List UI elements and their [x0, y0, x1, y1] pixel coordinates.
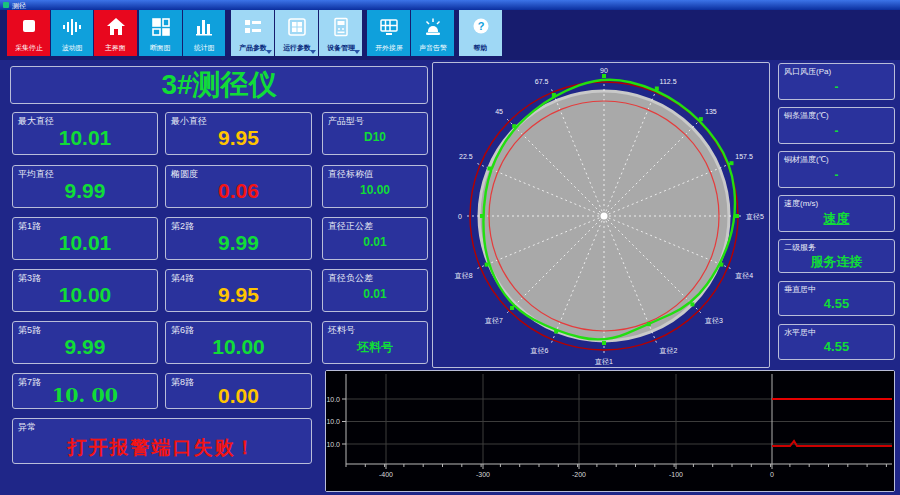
svg-text:10.0: 10.0 — [326, 441, 340, 448]
run-params-icon — [286, 10, 308, 43]
sensor-label: 铜材温度(℃) — [784, 154, 829, 165]
metric-value: 9.99 — [13, 179, 157, 203]
svg-text:?: ? — [477, 19, 484, 31]
external-screen-icon — [378, 10, 400, 43]
app-icon — [3, 2, 9, 8]
speed-link[interactable]: 速度 — [779, 210, 894, 228]
sensor-value: - — [779, 80, 894, 94]
metric-value: 9.99 — [166, 231, 311, 255]
field-label: 直径正公差 — [328, 220, 373, 233]
svg-text:112.5: 112.5 — [660, 78, 677, 85]
toolbar-button-statistics-chart[interactable]: 统计图 — [183, 10, 225, 56]
field-label: 水平居中 — [784, 327, 816, 338]
bar-chart-icon — [193, 10, 215, 43]
field-label: 垂直居中 — [784, 284, 816, 295]
help-icon: ? — [470, 10, 492, 43]
toolbar-button-fluctuation-chart[interactable]: 波动图 — [51, 10, 93, 56]
field-nominal-diameter: 直径标称值 10.00 — [322, 165, 428, 208]
svg-text:10.0: 10.0 — [326, 418, 340, 425]
svg-text:直径1: 直径1 — [595, 358, 613, 366]
toolbar-button-product-params[interactable]: 产品参数 — [231, 10, 274, 56]
metric-min-diameter: 最小直径 9.95 — [165, 112, 312, 155]
field-secondary-service: 二级服务 服务连接 — [778, 239, 895, 273]
field-label: 直径负公差 — [328, 272, 373, 285]
sensor-label: 风口风压(Pa) — [784, 66, 831, 77]
toolbar-button-external-screen[interactable]: 开外接屏 — [367, 10, 410, 56]
toolbar: 采集停止 波动图 主界面 断面图 统计图 产品参数 运行参数 设备管理 — [0, 10, 900, 60]
toolbar-button-device-management[interactable]: 设备管理 — [319, 10, 362, 56]
field-label: 直径标称值 — [328, 168, 373, 181]
cross-section-polar-chart: 90112.5135157.5直径5直径4直径3直径2直径1直径6直径7直径80… — [433, 63, 769, 367]
toolbar-button-sound-alarm[interactable]: 声音告警 — [411, 10, 454, 56]
metric-channel-5: 第5路 9.99 — [12, 321, 158, 364]
svg-text:0: 0 — [770, 471, 774, 478]
svg-text:0: 0 — [458, 213, 462, 220]
sensor-air-pressure: 风口风压(Pa) - — [778, 63, 895, 100]
toolbar-button-cross-section[interactable]: 断面图 — [139, 10, 182, 56]
metric-channel-1: 第1路 10.01 — [12, 217, 158, 260]
metric-value: 0.00 — [166, 384, 311, 408]
svg-text:直径3: 直径3 — [705, 317, 723, 325]
waveform-icon — [61, 10, 83, 43]
svg-text:157.5: 157.5 — [735, 153, 753, 160]
svg-text:67.5: 67.5 — [535, 78, 549, 85]
metric-channel-7: 第7路 10. 00 — [12, 373, 158, 409]
sensor-value: - — [779, 168, 894, 182]
svg-text:-400: -400 — [379, 471, 393, 478]
gauge-title: 3#测径仪 — [10, 66, 428, 104]
device-icon — [330, 10, 352, 43]
sensor-copper-material-temp: 铜材温度(℃) - — [778, 151, 895, 188]
alarm-siren-icon — [422, 10, 444, 43]
field-minus-tolerance: 直径负公差 0.01 — [322, 269, 428, 312]
field-plus-tolerance: 直径正公差 0.01 — [322, 217, 428, 260]
svg-text:直径5: 直径5 — [746, 213, 764, 221]
svg-text:直径4: 直径4 — [735, 272, 753, 280]
toolbar-button-help[interactable]: ? 帮助 — [459, 10, 502, 56]
metric-value: 10.00 — [166, 335, 311, 359]
trend-chart-panel: -400-300-200-100010.010.010.0 — [325, 370, 895, 492]
svg-text:10.0: 10.0 — [326, 396, 340, 403]
toolbar-button-main-screen[interactable]: 主界面 — [94, 10, 137, 56]
field-value: 10.00 — [323, 183, 427, 197]
metric-value: 10.01 — [13, 231, 157, 255]
field-label: 坯料号 — [328, 324, 355, 337]
window-title: 测径 — [12, 2, 26, 9]
toolbar-button-stop-acquisition[interactable]: 采集停止 — [7, 10, 50, 56]
field-label: 二级服务 — [784, 242, 816, 253]
toolbar-button-run-params[interactable]: 运行参数 — [275, 10, 318, 56]
alarm-box: 异常 打开报警端口失败！ — [12, 418, 312, 464]
svg-text:90: 90 — [600, 67, 608, 74]
metric-channel-4: 第4路 9.95 — [165, 269, 312, 312]
metric-value: 10.01 — [13, 126, 157, 150]
chevron-down-icon — [310, 50, 316, 54]
metric-value: 0.06 — [166, 179, 311, 203]
metric-value: 9.95 — [166, 126, 311, 150]
diameter-trend-chart: -400-300-200-100010.010.010.0 — [326, 371, 894, 491]
metric-avg-diameter: 平均直径 9.99 — [12, 165, 158, 208]
metric-channel-2: 第2路 9.99 — [165, 217, 312, 260]
metric-value: 9.95 — [166, 283, 311, 307]
svg-text:22.5: 22.5 — [459, 153, 473, 160]
metric-channel-6: 第6路 10.00 — [165, 321, 312, 364]
home-icon — [105, 10, 127, 43]
field-vertical-center: 垂直居中 4.55 — [778, 281, 895, 316]
sensor-value: - — [779, 124, 894, 138]
cross-section-icon — [150, 10, 172, 43]
field-value: 0.01 — [323, 287, 427, 301]
window-titlebar: 测径 — [0, 0, 900, 10]
field-horizontal-center: 水平居中 4.55 — [778, 324, 895, 360]
field-value: 4.55 — [779, 296, 894, 311]
product-params-icon — [242, 10, 264, 43]
stop-icon — [18, 10, 40, 43]
chevron-down-icon — [266, 50, 272, 54]
metric-channel-8: 第8路 0.00 — [165, 373, 312, 409]
field-label: 速度(m/s) — [784, 198, 818, 209]
diameter-gauge-app: { "window": { "title": "测径" }, "toolbar"… — [0, 0, 900, 495]
svg-text:-200: -200 — [572, 471, 586, 478]
field-value: 坯料号 — [323, 339, 427, 356]
svg-text:直径7: 直径7 — [485, 317, 503, 325]
field-billet-number: 坯料号 坯料号 — [322, 321, 428, 364]
svg-text:-300: -300 — [476, 471, 490, 478]
svg-text:135: 135 — [705, 108, 717, 115]
field-product-model: 产品型号 D10 — [322, 112, 428, 155]
